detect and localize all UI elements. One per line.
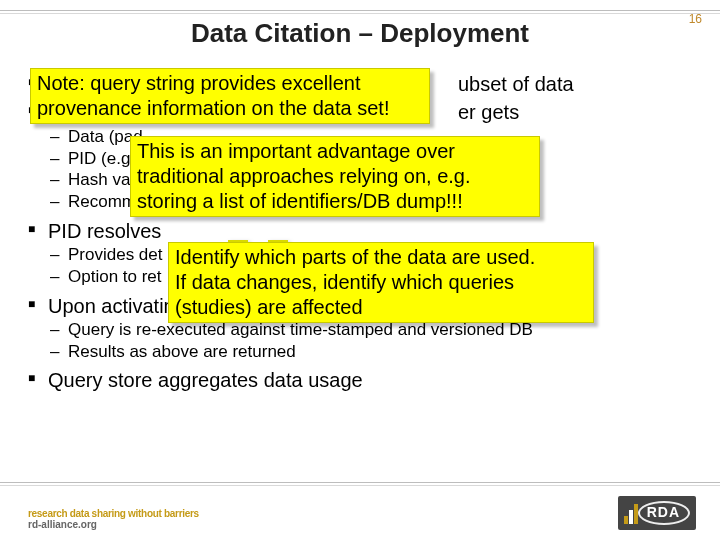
bullet-text: er gets [458, 101, 519, 123]
callout-note-advantage: This is an important advantage over trad… [130, 136, 540, 217]
note-line: provenance information on the data set! [37, 96, 423, 121]
bullet-text: ubset of data [458, 73, 574, 95]
footer-left-logo: research data sharing without barriers r… [28, 508, 199, 530]
slide: Data Citation – Deployment 16 ubset of d… [0, 0, 720, 540]
bullet-level2: Query is re-executed against time-stampe… [28, 320, 692, 341]
footer-tagline: research data sharing without barriers [28, 508, 199, 519]
bullet-level1: PID resolves [28, 219, 692, 243]
bullet-text: PID resolves [48, 220, 161, 242]
bullet-level2: Results as above are returned [28, 342, 692, 363]
footer-url: rd-alliance.org [28, 519, 199, 530]
callout-note-identify: Identify which parts of the data are use… [168, 242, 594, 323]
note-line: Note: query string provides excellent [37, 71, 423, 96]
slide-title: Data Citation – Deployment [0, 18, 720, 49]
logo-text: RDA [647, 504, 680, 520]
page-number: 16 [689, 12, 702, 26]
footer-right-logo: RDA [618, 496, 696, 530]
footer: research data sharing without barriers r… [0, 482, 720, 540]
note-line: traditional approaches relying on, e.g. [137, 164, 533, 189]
bullet-text: Results as above are returned [68, 342, 296, 361]
bullet-text: Query store aggregates data usage [48, 369, 363, 391]
bullet-text: Provides det [68, 245, 163, 264]
note-line: This is an important advantage over [137, 139, 533, 164]
bullet-level1: Query store aggregates data usage [28, 368, 692, 392]
note-line: (studies) are affected [175, 295, 587, 320]
header-divider [0, 10, 720, 16]
bullet-text: Option to ret [68, 267, 162, 286]
logo-bars-icon [624, 502, 638, 524]
bullet-text: PID (e.g. [68, 149, 135, 168]
note-line: If data changes, identify which queries [175, 270, 587, 295]
note-line: Identify which parts of the data are use… [175, 245, 587, 270]
callout-note-provenance: Note: query string provides excellent pr… [30, 68, 430, 124]
note-line: storing a list of identifiers/DB dump!!! [137, 189, 533, 214]
